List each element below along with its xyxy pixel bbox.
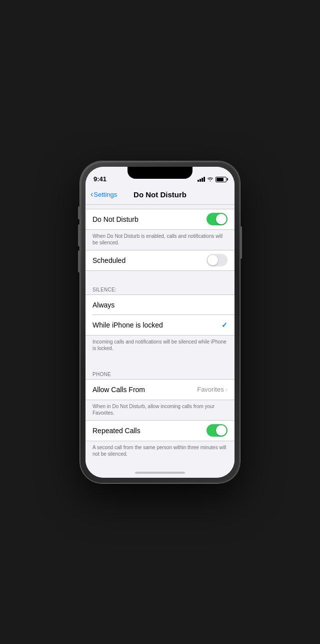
phone-group: Allow Calls From Favorites › <box>86 379 234 400</box>
scheduled-group: Scheduled <box>86 250 234 271</box>
back-label: Settings <box>94 191 117 198</box>
screen: 9:41 <box>86 167 234 478</box>
volume-up-button[interactable] <box>78 224 80 246</box>
allow-calls-chevron: › <box>226 386 228 393</box>
battery-fill <box>216 178 224 181</box>
phone-inner: 9:41 <box>82 163 238 482</box>
wifi-icon <box>207 176 214 183</box>
silence-footer: Incoming calls and notifications will be… <box>86 336 234 356</box>
silence-always-row[interactable]: Always <box>86 295 234 315</box>
phone-header: PHONE <box>86 368 234 379</box>
scheduled-toggle[interactable] <box>206 254 228 266</box>
page-title: Do Not Disturb <box>134 190 186 199</box>
notch <box>128 167 192 179</box>
scheduled-row: Scheduled <box>86 250 234 270</box>
do-not-disturb-toggle[interactable] <box>206 213 228 225</box>
driving-spacer <box>86 461 234 468</box>
volume-down-button[interactable] <box>78 250 80 272</box>
back-chevron-icon: ‹ <box>90 190 93 199</box>
allow-calls-footer: When in Do Not Disturb, allow incoming c… <box>86 400 234 420</box>
allow-calls-label: Allow Calls From <box>92 386 145 394</box>
toggle-thumb <box>216 214 226 224</box>
silence-spacer <box>86 271 234 283</box>
back-button[interactable]: ‹ Settings <box>90 190 117 199</box>
do-not-disturb-label: Do Not Disturb <box>92 215 138 223</box>
status-time: 9:41 <box>94 175 106 183</box>
do-not-disturb-row: Do Not Disturb <box>86 209 234 229</box>
repeated-calls-toggle[interactable] <box>206 424 228 437</box>
silence-always-label: Always <box>92 301 114 309</box>
battery-icon <box>216 177 226 182</box>
home-bar <box>135 472 185 474</box>
home-indicator[interactable] <box>86 468 234 478</box>
phone-frame: 9:41 <box>80 161 240 483</box>
nav-bar: ‹ Settings Do Not Disturb <box>86 185 234 205</box>
allow-calls-row[interactable]: Allow Calls From Favorites › <box>86 380 234 400</box>
repeated-calls-label: Repeated Calls <box>92 427 140 435</box>
allow-calls-value-text: Favorites <box>197 386 224 393</box>
status-icons <box>198 176 226 183</box>
repeated-calls-toggle-thumb <box>216 425 226 436</box>
scheduled-toggle-thumb <box>208 255 218 265</box>
scheduled-label: Scheduled <box>92 256 126 264</box>
silence-locked-label: While iPhone is locked <box>92 321 163 329</box>
repeated-calls-footer: A second call from the same person withi… <box>86 441 234 461</box>
silence-locked-checkmark: ✓ <box>222 321 228 329</box>
silence-header: SILENCE: <box>86 283 234 294</box>
signal-icon <box>198 177 205 182</box>
do-not-disturb-footer: When Do Not Disturb is enabled, calls an… <box>86 230 234 250</box>
mute-button[interactable] <box>78 206 80 219</box>
silence-group: Always While iPhone is locked ✓ <box>86 294 234 336</box>
silence-locked-row[interactable]: While iPhone is locked ✓ <box>86 315 234 335</box>
phone-spacer <box>86 356 234 368</box>
do-not-disturb-group: Do Not Disturb <box>86 209 234 230</box>
repeated-calls-group: Repeated Calls <box>86 420 234 441</box>
power-button[interactable] <box>240 226 242 259</box>
allow-calls-value: Favorites › <box>197 386 228 393</box>
top-spacer <box>86 205 234 209</box>
settings-content: Do Not Disturb When Do Not Disturb is en… <box>86 205 234 468</box>
repeated-calls-row: Repeated Calls <box>86 421 234 441</box>
